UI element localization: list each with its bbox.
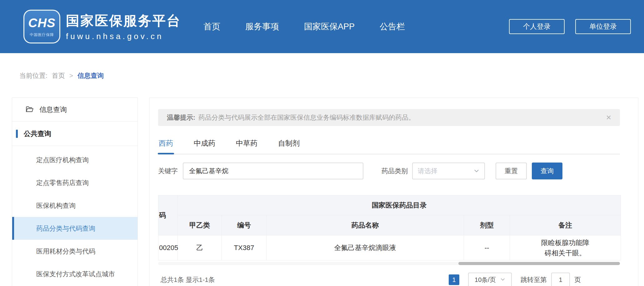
main-nav: 首页 服务事项 国家医保APP 公告栏: [203, 21, 405, 32]
tab-chinese-herbal-medicine[interactable]: 中草药: [236, 138, 257, 154]
breadcrumb-prefix: 当前位置:: [19, 71, 47, 80]
pagination-controls: 1 10条/页 跳转至第 页: [449, 273, 581, 286]
folder-icon: [25, 105, 34, 114]
table-group-header: 国家医保药品目录: [178, 195, 621, 215]
tab-chinese-patent-medicine[interactable]: 中成药: [194, 138, 215, 154]
sidebar-item-drug-classification-code[interactable]: 药品分类与代码查询: [12, 217, 137, 240]
column-header-remark: 备注: [510, 215, 621, 235]
nav-item-app[interactable]: 国家医保APP: [304, 21, 355, 32]
sidebar-item-label: 定点医疗机构查询: [36, 156, 89, 164]
notice-text: 药品分类与代码展示全部在国家医保信息业务编码标准数据库赋码的药品。: [198, 113, 415, 122]
pagination: 总共1条 显示1-1条 1 10条/页 跳转至第 页: [158, 273, 620, 286]
chs-logo-icon: CHS 中国医疗保障: [23, 10, 60, 43]
sidebar-section-public-query[interactable]: 公共查询: [12, 122, 137, 146]
table-row: 00205 乙 TX387 全氟己基辛烷滴眼液 -- 限睑板腺功能障碍相关干眼。: [158, 235, 621, 260]
tab-self-prepared[interactable]: 自制剂: [278, 138, 300, 154]
query-button[interactable]: 查询: [532, 163, 562, 179]
sidebar-item-label: 定点零售药店查询: [36, 178, 89, 187]
drug-type-tabs: 西药 中成药 中草药 自制剂: [158, 138, 620, 154]
column-header-category: 甲乙类: [178, 215, 222, 235]
site-title: 国家医保服务平台: [66, 12, 181, 30]
page-size-value: 10条/页: [475, 276, 496, 284]
cell-number: TX387: [222, 235, 267, 260]
sidebar-item-label: 医保机构查询: [36, 201, 76, 210]
login-button-group: 个人登录 单位登录: [509, 19, 631, 34]
jump-prefix: 跳转至第: [521, 275, 547, 284]
category-placeholder: 请选择: [418, 167, 437, 175]
horizontal-scrollbar: [158, 262, 620, 265]
unit-login-button[interactable]: 单位登录: [575, 19, 631, 34]
cell-remark: 限睑板腺功能障碍相关干眼。: [510, 235, 621, 260]
category-select[interactable]: 请选择: [412, 163, 485, 179]
nav-item-services[interactable]: 服务事项: [245, 21, 279, 32]
search-form: 关键字 药品类别 请选择 重置 查询: [158, 163, 620, 179]
sidebar-item-designated-retail-pharmacies[interactable]: 定点零售药店查询: [12, 171, 137, 194]
site-logo[interactable]: CHS 中国医疗保障 国家医保服务平台 fuwu.nhsa.gov.cn: [23, 10, 181, 43]
column-header-drug-name: 药品名称: [267, 215, 464, 235]
sidebar-section-label: 公共查询: [24, 129, 51, 138]
site-domain: fuwu.nhsa.gov.cn: [66, 32, 181, 41]
nav-item-home[interactable]: 首页: [203, 21, 220, 32]
sidebar: 信息查询 公共查询 定点医疗机构查询 定点零售药店查询 医保机构查询 药品分类与…: [12, 98, 138, 286]
sidebar-item-label: 药品分类与代码查询: [36, 224, 95, 233]
breadcrumb-separator: >: [69, 72, 73, 79]
column-header-number: 编号: [222, 215, 267, 235]
jump-suffix: 页: [574, 275, 581, 284]
breadcrumb-current[interactable]: 信息查询: [77, 71, 104, 80]
site-title-block: 国家医保服务平台 fuwu.nhsa.gov.cn: [66, 12, 181, 41]
cell-code: 00205: [158, 235, 178, 260]
chs-logo-text: CHS: [28, 16, 55, 30]
drug-table: 码 国家医保药品目录 甲乙类 编号 药品名称 剂型 备注 00205 乙: [158, 195, 621, 260]
breadcrumb-home[interactable]: 首页: [52, 71, 65, 80]
keyword-input[interactable]: [183, 163, 363, 179]
page-size-select[interactable]: 10条/页: [468, 273, 512, 286]
keyword-label: 关键字: [158, 167, 178, 175]
notice-bar: 温馨提示: 药品分类与代码展示全部在国家医保信息业务编码标准数据库赋码的药品。 …: [158, 109, 620, 126]
category-label: 药品类别: [382, 167, 408, 175]
reset-button[interactable]: 重置: [496, 163, 527, 179]
tab-western-medicine[interactable]: 西药: [159, 138, 173, 154]
page-button-1[interactable]: 1: [449, 274, 459, 285]
column-header-code-clipped: 码: [158, 195, 178, 235]
sidebar-root-label: 信息查询: [39, 105, 67, 114]
sidebar-item-payment-reform-pilot-cities[interactable]: 医保支付方式改革试点城市: [12, 263, 137, 285]
personal-login-button[interactable]: 个人登录: [509, 19, 565, 34]
section-marker: [16, 130, 18, 138]
scrollbar-thumb[interactable]: [458, 262, 620, 265]
breadcrumb: 当前位置: 首页 > 信息查询: [19, 71, 104, 80]
jump-input[interactable]: [551, 273, 570, 286]
nav-item-announcements[interactable]: 公告栏: [380, 21, 405, 32]
cell-category: 乙: [178, 235, 222, 260]
chs-logo-subtext: 中国医疗保障: [30, 32, 54, 38]
chevron-down-icon: [500, 276, 505, 283]
site-header: CHS 中国医疗保障 国家医保服务平台 fuwu.nhsa.gov.cn 首页 …: [0, 0, 644, 53]
total-count-text: 总共1条 显示1-1条: [161, 275, 215, 284]
sidebar-menu: 定点医疗机构查询 定点零售药店查询 医保机构查询 药品分类与代码查询 医用耗材分…: [12, 146, 137, 285]
sidebar-item-medical-consumables-code[interactable]: 医用耗材分类与代码: [12, 240, 137, 263]
notice-title: 温馨提示:: [167, 113, 195, 122]
sidebar-item-label: 医保支付方式改革试点城市: [36, 270, 115, 278]
close-icon[interactable]: ×: [606, 113, 611, 122]
page-jump: 跳转至第 页: [521, 273, 581, 286]
cell-drug-name: 全氟己基辛烷滴眼液: [267, 235, 464, 260]
cell-dosage-form: --: [464, 235, 510, 260]
sidebar-item-designated-medical-institutions[interactable]: 定点医疗机构查询: [12, 148, 137, 171]
column-header-dosage-form: 剂型: [464, 215, 510, 235]
sidebar-item-label: 医用耗材分类与代码: [36, 247, 95, 256]
drug-table-wrap: 码 国家医保药品目录 甲乙类 编号 药品名称 剂型 备注 00205 乙: [158, 195, 620, 265]
chevron-down-icon: [474, 168, 479, 174]
content-panel: 温馨提示: 药品分类与代码展示全部在国家医保信息业务编码标准数据库赋码的药品。 …: [149, 98, 638, 286]
sidebar-root-info-query[interactable]: 信息查询: [12, 98, 137, 122]
sidebar-item-medical-insurance-agencies[interactable]: 医保机构查询: [12, 194, 137, 217]
